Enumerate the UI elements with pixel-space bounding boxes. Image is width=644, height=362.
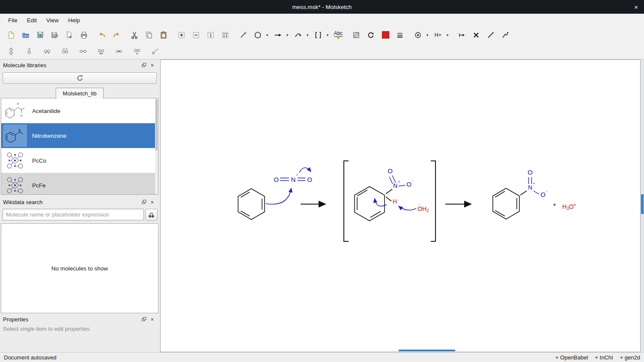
svg-text:O[interactable]: O [528,169,533,176]
rotate-tool-button[interactable] [365,29,377,42]
wikidata-close-button[interactable]: × [148,198,156,206]
template-2-button[interactable] [23,45,35,58]
svg-text:N[interactable]: N [393,182,397,189]
template-5-button[interactable] [77,45,89,58]
save-button[interactable] [34,29,46,42]
redo-button[interactable] [110,29,122,42]
undo-button[interactable] [96,29,108,42]
svg-text:-[interactable]: - [419,202,420,206]
vertical-scrollbar-thumb[interactable] [641,194,644,214]
svg-text:+[interactable]: + [296,172,298,177]
zoom-out-button[interactable] [190,29,202,42]
vertical-scrollbar[interactable] [641,59,644,352]
svg-text:O[interactable]: O [540,191,546,198]
window-close-button[interactable]: × [634,0,638,14]
charge-dropdown-arrow[interactable]: ▾ [425,33,429,37]
benzene-molecule[interactable] [238,189,265,220]
svg-text:-[interactable]: - [412,178,413,183]
open-file-button[interactable] [20,29,32,42]
color-button[interactable] [379,29,391,42]
template-3-button[interactable] [41,45,53,58]
clean-structure-button[interactable] [485,29,497,42]
wikidata-search-input[interactable] [3,209,144,220]
svg-text:H3O+[interactable]: H3O+ [562,202,576,211]
hydronium-ion[interactable]: H3O+ [562,202,576,211]
nitrobenzene-product[interactable]: O N + O - [493,169,548,219]
draw-mechanism-arrow-button[interactable] [292,29,304,42]
hydrogen-dropdown-arrow[interactable]: ▾ [445,33,450,37]
mechanism-arrow-benzene-to-nitronium[interactable] [266,188,291,204]
libraries-close-button[interactable]: × [148,61,156,69]
reaction-scheme[interactable]: O N + O [161,60,640,352]
mechanism-dropdown-arrow[interactable]: ▾ [305,33,310,37]
list-item-pcfe[interactable]: PcFe [1,173,158,195]
library-list-scrollbar[interactable] [155,98,158,194]
zoom-in-button[interactable] [176,29,188,42]
svg-text:OH2[interactable]: OH2 [417,205,429,213]
svg-text:H[interactable]: H [393,198,397,205]
svg-text:+[interactable]: + [533,181,535,186]
nitronium-ion[interactable]: O N + O [274,172,312,183]
insert-text-button[interactable]: Abc [332,29,344,42]
svg-text:O[interactable]: O [307,176,312,183]
list-item-nitrobenzene[interactable]: Nitrobenzene [1,123,158,148]
ring-dropdown-arrow[interactable]: ▾ [265,33,269,37]
tab-molsketch-lib[interactable]: Molsketch_lib [56,88,104,99]
properties-close-button[interactable]: × [148,315,156,323]
base-water-molecule[interactable]: OH2 - [417,202,429,213]
wikidata-float-button[interactable] [140,198,148,206]
menu-view[interactable]: View [42,15,63,26]
bracket-dropdown-arrow[interactable]: ▾ [325,33,330,37]
template-4-button[interactable] [59,45,71,58]
template-9-button[interactable] [149,45,161,58]
arrow-dropdown-arrow[interactable]: ▾ [285,33,289,37]
align-arrow-button[interactable] [456,29,468,42]
menu-file[interactable]: File [3,15,22,26]
hydrogen-tool-button[interactable]: H+ [432,29,444,42]
libraries-float-button[interactable] [140,61,148,69]
svg-text:O[interactable]: O [388,167,393,175]
draw-bond-button[interactable] [237,29,249,42]
draw-ring-button[interactable] [252,29,264,42]
template-1-button[interactable] [5,45,17,58]
draw-bracket-button[interactable] [312,29,324,42]
svg-text:O[interactable]: O [406,181,411,188]
wikidata-search-button[interactable] [145,209,158,221]
template-6-button[interactable] [95,45,107,58]
svg-text:-[interactable]: - [546,188,547,193]
menu-edit[interactable]: Edit [22,15,42,26]
list-item-acetanilide[interactable]: H O Acetanilide [1,98,158,123]
mechanism-arrow-base-to-h[interactable] [399,206,416,210]
charge-tool-button[interactable] [412,29,424,42]
svg-text:N[interactable]: N [291,176,296,183]
list-item-pcco[interactable]: PcCo [1,148,158,173]
svg-text:O[interactable]: O [274,176,279,183]
print-button[interactable] [78,29,90,42]
draw-arrow-button[interactable] [272,29,284,42]
svg-text:N[interactable]: N [528,184,532,191]
plus-sign[interactable]: + [553,201,556,208]
drawing-canvas[interactable]: O N + O [160,59,641,352]
zoom-in-icon [177,31,186,39]
optimize-structure-button[interactable] [499,29,511,42]
save-as-button[interactable] [49,29,61,42]
line-width-button[interactable] [394,29,406,42]
export-button[interactable] [63,29,75,42]
template-7-button[interactable] [113,45,125,58]
cut-button[interactable] [128,29,140,42]
menu-help[interactable]: Help [63,15,85,26]
zoom-fit-button[interactable] [219,29,231,42]
new-document-button[interactable] [5,29,17,42]
refresh-libraries-button[interactable] [3,72,157,84]
mechanism-arrow-bond-to-oxygen[interactable] [299,168,311,172]
svg-text:+[interactable]: + [398,179,400,184]
paste-button[interactable] [158,29,170,42]
hatch-tool-button[interactable] [350,29,362,42]
properties-float-button[interactable] [140,315,148,323]
copy-button[interactable] [143,29,155,42]
arenium-intermediate[interactable]: O N + O - H [355,167,414,221]
zoom-original-button[interactable]: 1 [205,29,217,42]
delete-button[interactable] [470,29,482,42]
horizontal-scrollbar-thumb[interactable] [399,350,455,351]
template-8-button[interactable] [131,45,143,58]
